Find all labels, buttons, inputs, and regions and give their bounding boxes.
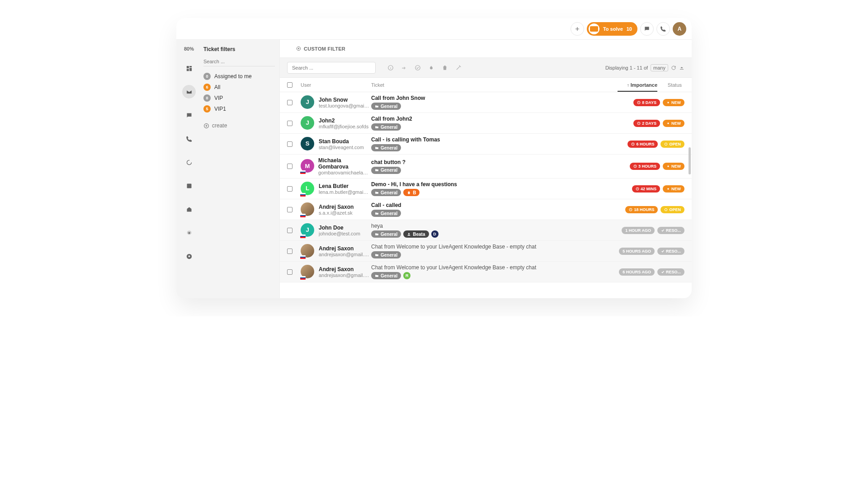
tag-dot: D <box>431 230 439 238</box>
ticket-tags: General <box>371 103 617 110</box>
flame-button[interactable] <box>428 65 434 71</box>
nav-chat[interactable] <box>182 108 196 122</box>
header-importance[interactable]: Importance <box>618 82 657 88</box>
create-filter[interactable]: create <box>203 122 275 129</box>
display-prefix: Displaying 1 - 11 of <box>605 65 648 70</box>
nav-org[interactable] <box>182 202 196 216</box>
filter-item-3[interactable]: 5VIP1 <box>203 105 275 113</box>
ticket-tags: GeneralBeataD <box>371 230 617 238</box>
row-checkbox[interactable] <box>287 207 292 212</box>
status-chip: NEW <box>663 163 684 170</box>
phone-icon <box>186 136 193 142</box>
header-status[interactable]: Status <box>657 82 684 88</box>
importance-chip: 18 HOURS <box>625 206 658 213</box>
user-cell: SStan Boudastan@liveagent.com <box>301 137 371 151</box>
add-button[interactable] <box>571 22 584 36</box>
ticket-row[interactable]: JJohn Snowtest.luongova@gmail....Call fr… <box>280 92 692 113</box>
header-ticket[interactable]: Ticket <box>371 82 618 88</box>
delete-button[interactable] <box>442 65 448 71</box>
select-all-checkbox[interactable] <box>287 82 292 88</box>
status-chip: RESO... <box>657 248 684 255</box>
to-solve-pill[interactable]: To solve 10 <box>587 22 637 36</box>
row-checkbox[interactable] <box>287 164 292 169</box>
forward-button[interactable] <box>401 65 407 71</box>
ticket-row[interactable]: Andrej Saxons.a.x.i@azet.skCall - called… <box>280 199 692 220</box>
flag-icon <box>300 193 306 197</box>
ticket-search-input[interactable] <box>287 62 376 74</box>
nav-calls[interactable] <box>182 132 196 145</box>
user-avatar[interactable]: A <box>673 22 686 36</box>
svg-point-8 <box>415 65 420 70</box>
info-button[interactable] <box>387 65 394 71</box>
custom-filter-label: CUSTOM FILTER <box>304 46 345 52</box>
meta-cell: 3 HOURSNEW <box>617 163 684 170</box>
ticket-row[interactable]: JJohn2mfkaflf@jfioejioe.sofdsCall from J… <box>280 113 692 134</box>
nav-loading[interactable] <box>182 155 196 169</box>
ticket-row[interactable]: MMichaela Gombarovagombarovamichaela1...… <box>280 155 692 178</box>
filter-item-2[interactable]: 0VIP <box>203 94 275 102</box>
to-solve-label: To solve <box>603 26 623 32</box>
tag-pill: Beata <box>403 230 429 238</box>
importance-chip: 1 HOUR AGO <box>622 227 655 234</box>
ticket-row[interactable]: LLena Butlerlena.m.butler@gmail.c...Demo… <box>280 178 692 199</box>
ticket-subject: Demo - Hi, I have a few questions <box>371 181 617 188</box>
svg-point-1 <box>187 160 191 164</box>
refresh-icon[interactable] <box>671 65 676 70</box>
row-checkbox[interactable] <box>287 141 292 147</box>
tag-pill: General <box>371 144 401 151</box>
flag-icon <box>300 255 306 259</box>
info-icon <box>387 65 394 71</box>
plus-circle-icon <box>296 46 301 51</box>
status-chip: NEW <box>663 99 684 106</box>
importance-chip: 8 DAYS <box>633 99 660 106</box>
collapse-icon[interactable] <box>679 65 684 70</box>
nav-tickets[interactable] <box>182 85 196 99</box>
header-user[interactable]: User <box>301 82 371 88</box>
row-checkbox[interactable] <box>287 228 292 233</box>
meta-cell: 6 HOURSOPEN <box>617 141 684 148</box>
user-cell: MMichaela Gombarovagombarovamichaela1... <box>301 157 371 175</box>
toolbar: Displaying 1 - 11 of many <box>280 58 692 78</box>
nav-contacts[interactable] <box>182 179 196 192</box>
svg-rect-2 <box>187 183 191 188</box>
filter-search-input[interactable] <box>203 57 275 66</box>
custom-filter-tab[interactable]: CUSTOM FILTER <box>280 40 692 58</box>
wand-button[interactable] <box>455 65 462 71</box>
row-checkbox[interactable] <box>287 186 292 192</box>
row-checkbox[interactable] <box>287 249 292 254</box>
ticket-row[interactable]: Andrej Saxonandrejsaxon@gmail.c...Chat f… <box>280 262 692 282</box>
scrollbar-thumb[interactable] <box>689 147 691 174</box>
flag-icon <box>300 276 306 280</box>
user-email: s.a.x.i@azet.sk <box>319 210 354 216</box>
app-body: 80% Ticket filters 0Assigned to me6All0V… <box>176 40 692 298</box>
tag-pill: General <box>371 123 401 131</box>
ticket-cell: Chat from Welcome to your LiveAgent Know… <box>371 264 617 279</box>
svg-point-10 <box>667 102 669 103</box>
filter-item-0[interactable]: 0Assigned to me <box>203 73 275 80</box>
filter-item-1[interactable]: 6All <box>203 84 275 91</box>
ticket-row[interactable]: Andrej Saxonandrejsaxon@gmail.c...Chat f… <box>280 241 692 262</box>
phone-button[interactable] <box>656 22 670 36</box>
ticket-cell: Chat from Welcome to your LiveAgent Know… <box>371 244 617 258</box>
status-chip: OPEN <box>660 141 684 148</box>
display-many[interactable]: many <box>651 64 668 71</box>
filter-panel: Ticket filters 0Assigned to me6All0VIP5V… <box>202 40 279 298</box>
row-checkbox[interactable] <box>287 269 292 275</box>
tag-dot: R <box>403 272 410 279</box>
plus-circle-icon <box>203 123 209 129</box>
nav-rail: 80% <box>176 40 202 298</box>
chat-button[interactable] <box>640 22 654 36</box>
meta-cell: 8 DAYSNEW <box>617 99 684 106</box>
resolve-button[interactable] <box>415 65 421 71</box>
plus-icon <box>574 26 580 32</box>
ticket-row[interactable]: JJohn Doejohndoe@test.comheyaGeneralBeat… <box>280 220 692 241</box>
importance-chip: 5 HOURS AGO <box>619 248 655 255</box>
status-chip: NEW <box>663 120 684 127</box>
filter-label: All <box>214 84 220 90</box>
nav-dashboard[interactable] <box>182 61 196 75</box>
row-checkbox[interactable] <box>287 121 292 126</box>
nav-settings[interactable] <box>182 226 196 239</box>
nav-star[interactable] <box>182 249 196 263</box>
ticket-row[interactable]: SStan Boudastan@liveagent.comCall - is c… <box>280 134 692 155</box>
row-checkbox[interactable] <box>287 100 292 105</box>
